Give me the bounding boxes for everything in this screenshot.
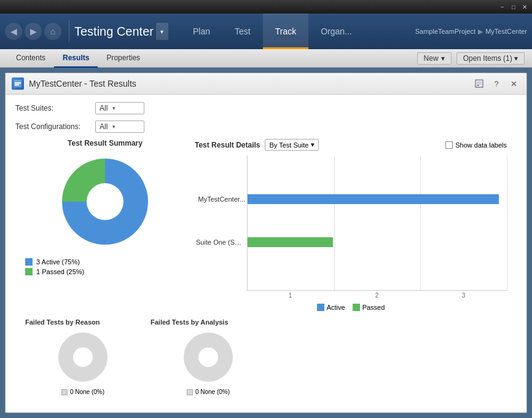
main-content: MyTestCenter - Test Results ? ✕ Test Sui… [0, 68, 532, 418]
legend-dot-passed [25, 268, 33, 275]
x-label-1: 1 [247, 292, 334, 299]
test-suites-select[interactable]: All ▾ [95, 102, 144, 114]
panel-icon [12, 77, 24, 90]
breadcrumb: SampleTeamProject ▶ MyTestCenter [415, 28, 527, 36]
view-select[interactable]: By Test Suite ▾ [265, 139, 319, 151]
analysis-legend-dot [187, 389, 193, 395]
tab-track[interactable]: Track [263, 14, 308, 49]
failed-by-reason-title: Failed Tests by Reason [25, 318, 141, 326]
grid-line-2 [420, 156, 421, 290]
reason-legend: 0 None (0%) [25, 388, 141, 395]
grid-line-1 [334, 156, 335, 290]
svg-point-6 [87, 183, 123, 220]
home-button[interactable]: ⌂ [44, 23, 61, 40]
restore-button[interactable]: □ [509, 2, 518, 12]
bar-label-1: MyTestCenter... [196, 195, 245, 203]
bottom-charts-area: Failed Tests by Reason 0 None (0%) Faile… [15, 318, 517, 395]
bar-legend: Active Passed [195, 304, 507, 311]
small-pie-analysis [151, 329, 266, 385]
bar-row-2: Suite One (Suite... [248, 235, 507, 249]
x-label-2: 2 [334, 292, 420, 299]
title-bar: − □ ✕ [0, 0, 532, 14]
bar-legend-dot-passed [353, 304, 360, 311]
back-button[interactable]: ◀ [5, 23, 22, 40]
bottom-spacer [276, 318, 507, 395]
svg-rect-2 [15, 84, 19, 85]
select-arrow-2: ▾ [112, 124, 115, 130]
sub-nav-right: New ▾ Open Items (1) ▾ [417, 52, 525, 65]
nav-bar: ◀ ▶ ⌂ Testing Center ▾ Plan Test Track O… [0, 14, 532, 49]
svg-rect-4 [477, 81, 482, 85]
svg-point-8 [73, 347, 93, 367]
export-button[interactable] [472, 77, 486, 90]
nav-right: SampleTeamProject ▶ MyTestCenter [415, 28, 527, 36]
panel: MyTestCenter - Test Results ? ✕ Test Sui… [5, 73, 527, 413]
view-select-arrow: ▾ [311, 141, 315, 149]
summary-title: Test Result Summary [25, 139, 185, 148]
test-configs-select[interactable]: All ▾ [95, 120, 144, 133]
grid-line-3 [507, 156, 507, 290]
panel-title: MyTestCenter - Test Results [29, 79, 136, 89]
bar-chart-header: Test Result Details By Test Suite ▾ Show… [195, 139, 507, 151]
bar-legend-passed: Passed [353, 304, 385, 311]
svg-rect-1 [15, 82, 21, 84]
bar-legend-dot-active [317, 304, 324, 311]
bar-segment-active-1 [248, 194, 499, 204]
close-panel-button[interactable]: ✕ [507, 77, 520, 90]
panel-header: MyTestCenter - Test Results ? ✕ [6, 73, 526, 95]
open-items-arrow: ▾ [514, 54, 518, 63]
new-button[interactable]: New ▾ [417, 52, 452, 65]
nav-divider [69, 20, 69, 42]
x-axis: 1 2 3 [247, 291, 507, 299]
legend-dot-active [25, 258, 33, 266]
subnav-results[interactable]: Results [54, 49, 98, 68]
reason-legend-dot [61, 389, 68, 395]
app-dropdown-button[interactable]: ▾ [156, 23, 168, 40]
bar-legend-active: Active [317, 304, 345, 311]
charts-area: Test Result Summary 3 Acti [15, 139, 517, 311]
test-configs-label: Test Configurations: [15, 122, 95, 131]
help-button[interactable]: ? [490, 77, 503, 90]
sub-nav: Contents Results Properties New ▾ Open I… [0, 49, 532, 68]
bar-label-2: Suite One (Suite... [196, 239, 245, 246]
failed-by-analysis-panel: Failed Tests by Analysis 0 None (0%) [151, 318, 266, 395]
select-arrow: ▾ [112, 105, 115, 111]
bar-row-1: MyTestCenter... [248, 192, 507, 206]
test-suites-label: Test Suites: [15, 104, 95, 112]
panel-body: Test Suites: All ▾ Test Configurations: … [6, 95, 526, 403]
panel-header-right: ? ✕ [472, 77, 520, 90]
bar-segment-passed-2 [248, 237, 333, 247]
bar-chart-area: MyTestCenter... Suite One (Suite... [247, 156, 507, 291]
minimize-button[interactable]: − [498, 2, 507, 12]
tab-organize[interactable]: Organ... [308, 14, 364, 49]
test-configs-filter: Test Configurations: All ▾ [15, 120, 517, 133]
legend-active: 3 Active (75%) [25, 258, 185, 266]
small-pie-reason [25, 329, 141, 385]
app-title: Testing Center [74, 25, 154, 39]
failed-by-analysis-title: Failed Tests by Analysis [151, 318, 266, 326]
failed-by-reason-panel: Failed Tests by Reason 0 None (0%) [25, 318, 141, 395]
legend-passed: 1 Passed (25%) [25, 268, 185, 275]
details-title: Test Result Details [195, 141, 260, 149]
subnav-contents[interactable]: Contents [7, 49, 54, 68]
analysis-legend: 0 None (0%) [151, 388, 266, 395]
pie-chart [25, 152, 185, 251]
open-items-button[interactable]: Open Items (1) ▾ [456, 52, 525, 65]
show-data-labels: Show data labels [445, 141, 507, 149]
x-label-3: 3 [420, 292, 507, 299]
forward-button[interactable]: ▶ [25, 23, 42, 40]
tab-test[interactable]: Test [222, 14, 263, 49]
show-labels-checkbox[interactable] [445, 141, 453, 149]
nav-tabs: Plan Test Track Organ... [181, 14, 364, 49]
tab-plan[interactable]: Plan [181, 14, 222, 49]
svg-point-10 [198, 347, 218, 367]
breadcrumb-separator: ▶ [478, 28, 483, 36]
details-chart-panel: Test Result Details By Test Suite ▾ Show… [195, 139, 507, 311]
test-suites-filter: Test Suites: All ▾ [15, 102, 517, 114]
subnav-properties[interactable]: Properties [98, 49, 149, 68]
new-dropdown-arrow: ▾ [441, 54, 445, 63]
close-button[interactable]: ✕ [520, 2, 530, 12]
summary-chart-panel: Test Result Summary 3 Acti [25, 139, 185, 311]
